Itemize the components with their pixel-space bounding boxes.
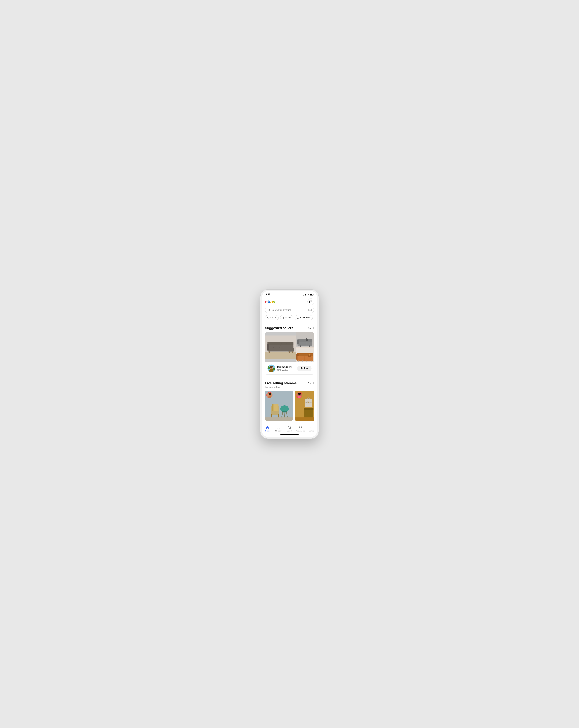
live-streams-row: CLM RO: [265, 391, 314, 424]
svg-point-62: [273, 367, 275, 370]
svg-point-26: [273, 347, 274, 347]
live-streams-see-all[interactable]: See all: [308, 382, 314, 384]
stream-avatar-2-svg: [297, 392, 302, 398]
side-sofa-bottom-svg: [296, 347, 314, 362]
svg-rect-65: [272, 404, 278, 411]
filter-saved[interactable]: Saved: [265, 315, 279, 320]
nav-search-icon: [287, 425, 292, 430]
svg-point-8: [309, 310, 310, 311]
svg-line-7: [269, 310, 270, 311]
side-images: [296, 332, 314, 362]
nav-my-ebay-label: My eBay: [275, 430, 282, 432]
header: ebay: [262, 297, 317, 307]
svg-rect-2: [305, 294, 305, 295]
seller-card[interactable]: Midmodgear 98% positive Follow: [265, 332, 314, 374]
svg-rect-50: [310, 361, 311, 362]
svg-rect-35: [300, 345, 301, 346]
side-sofa-top: [296, 332, 314, 347]
logo-b: b: [268, 299, 270, 304]
nav-home[interactable]: Home: [262, 425, 273, 432]
follow-button[interactable]: Follow: [297, 366, 311, 371]
avatar-svg: [268, 365, 275, 372]
seller-rating: 98% positive: [277, 369, 292, 371]
live-streams-subtitle: Featured sellers: [265, 386, 314, 389]
cart-button[interactable]: [307, 298, 314, 305]
seller-profile: Midmodgear 98% positive: [268, 365, 292, 372]
svg-rect-34: [306, 341, 312, 345]
my-ebay-icon: [277, 425, 280, 430]
electronics-label: Electronics: [300, 316, 310, 319]
svg-rect-82: [265, 417, 293, 421]
svg-point-86: [271, 395, 271, 395]
svg-rect-47: [298, 361, 299, 362]
nav-search-label: Search: [287, 430, 292, 432]
main-sofa-image: [265, 332, 296, 362]
bell-icon: [299, 425, 302, 430]
quick-filters: Saved Deals Electronics: [262, 315, 317, 323]
avatar: [268, 365, 275, 372]
status-icons: [303, 294, 313, 295]
svg-point-99: [298, 393, 301, 395]
svg-rect-17: [267, 343, 269, 350]
live-stream-card-1[interactable]: [265, 391, 293, 421]
seller-images: [265, 332, 314, 362]
svg-rect-90: [304, 408, 313, 410]
nav-search[interactable]: Search: [284, 425, 295, 432]
svg-text:CLM: CLM: [306, 400, 309, 402]
live-streams-header: Live selling streams See all: [265, 381, 314, 385]
suggested-sellers-header: Suggested sellers See all: [265, 326, 314, 330]
cart-icon: [309, 300, 312, 303]
nav-notifications[interactable]: Notifications: [295, 425, 306, 432]
side-sofa-bottom: [296, 347, 314, 362]
battery-icon: [310, 294, 313, 295]
deals-label: Deals: [285, 316, 291, 319]
wifi-icon: [306, 294, 309, 295]
nav-selling[interactable]: Selling: [306, 425, 317, 432]
selling-icon: [309, 425, 313, 430]
nav-home-label: Home: [265, 430, 270, 432]
svg-rect-20: [292, 351, 293, 353]
svg-point-60: [272, 367, 272, 368]
svg-rect-31: [298, 339, 312, 342]
svg-rect-78: [282, 411, 287, 413]
search-bar[interactable]: Search for anything: [265, 307, 314, 313]
svg-rect-3: [305, 294, 306, 295]
sofa-svg: [265, 332, 296, 362]
home-icon: [266, 425, 270, 430]
svg-point-23: [281, 343, 282, 344]
status-bar: 9:15: [262, 291, 317, 297]
signal-icon: [303, 294, 306, 295]
status-time: 9:15: [266, 293, 270, 296]
stream-avatar-1-svg: [267, 392, 273, 398]
home-indicator: [280, 434, 299, 435]
filter-deals[interactable]: Deals: [280, 315, 293, 320]
ebay-logo: ebay: [265, 299, 275, 304]
live-stream-card-2[interactable]: CLM RO: [295, 391, 314, 421]
svg-rect-32: [297, 340, 299, 344]
filter-electronics[interactable]: Electronics: [295, 315, 313, 320]
svg-rect-49: [306, 361, 307, 362]
svg-rect-95: [295, 417, 314, 421]
live-streams-section: Live selling streams See all Featured se…: [262, 378, 317, 424]
svg-point-87: [269, 393, 271, 395]
camera-icon: [308, 308, 311, 311]
seller-name: Midmodgear: [277, 366, 292, 369]
svg-rect-94: [308, 402, 309, 403]
side-sofa-top-svg: [296, 332, 314, 347]
svg-rect-48: [302, 361, 303, 362]
svg-rect-0: [303, 294, 304, 295]
nav-notifications-label: Notifications: [296, 430, 305, 432]
svg-rect-16: [288, 348, 294, 352]
svg-marker-9: [282, 317, 284, 318]
logo-a: a: [270, 299, 273, 304]
svg-rect-33: [299, 341, 306, 345]
svg-rect-36: [309, 345, 310, 346]
nav-my-ebay[interactable]: My eBay: [273, 425, 284, 432]
suggested-sellers-see-all[interactable]: See all: [308, 327, 314, 329]
svg-point-28: [285, 347, 285, 347]
logo-e: e: [265, 299, 268, 304]
search-icon: [268, 309, 270, 311]
svg-point-27: [279, 347, 280, 347]
search-placeholder: Search for anything: [272, 309, 307, 311]
suggested-sellers-section: Suggested sellers See all: [262, 323, 317, 374]
